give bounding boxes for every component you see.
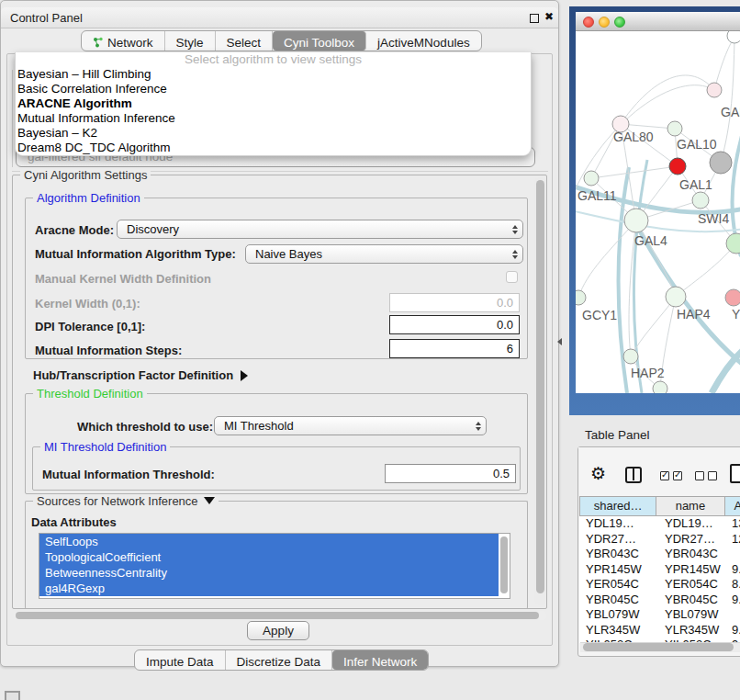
control-panel-titlebar[interactable] (1, 7, 558, 28)
checked-checkbox-icon[interactable] (673, 471, 682, 480)
tab-label: Infer Network (343, 655, 417, 669)
settings-vscrollbar-thumb[interactable] (536, 180, 544, 593)
network-node[interactable] (725, 289, 740, 306)
table-cell: YDR27… (658, 532, 728, 548)
tab-jactivemnodules[interactable]: jActiveMNodules (366, 31, 481, 51)
algorithm-option[interactable]: Dream8 DC_TDC Algorithm (16, 141, 531, 155)
combo-stepper-icon (510, 250, 522, 259)
node-label: GAL4 (634, 233, 667, 248)
settings-hscrollbar-thumb[interactable] (16, 612, 539, 619)
table-cell: 12 (728, 532, 740, 548)
column-header-partial[interactable]: A (725, 496, 740, 516)
which-threshold-value: MI Threshold (215, 419, 473, 433)
combo-stepper-icon (473, 422, 486, 431)
attribute-list-item[interactable]: BetweennessCentrality (39, 565, 499, 581)
network-node[interactable] (624, 209, 648, 232)
network-node[interactable] (623, 349, 638, 364)
column-header-shared-name[interactable]: shared… (579, 496, 656, 516)
column-header-name[interactable]: name (656, 496, 724, 516)
manual-kernel-checkbox[interactable] (506, 271, 518, 283)
table-row[interactable]: YDL19…YDL19…13 (579, 516, 740, 532)
tab-discretize-data[interactable]: Discretize Data (226, 650, 333, 670)
network-node[interactable] (669, 158, 686, 175)
network-window-titlebar[interactable] (576, 12, 740, 31)
tab-cyni-toolbox[interactable]: Cyni Toolbox (273, 31, 366, 51)
gear-icon[interactable]: ⚙ (590, 463, 606, 484)
network-node[interactable] (666, 287, 686, 307)
table-cell: YDL19… (658, 516, 728, 532)
sources-toggle[interactable]: Sources for Network Inference (33, 494, 219, 508)
tab-impute-data[interactable]: Impute Data (135, 650, 226, 670)
network-node[interactable] (710, 152, 732, 174)
attribute-list-item[interactable]: gal4RGexp (39, 581, 499, 596)
aracne-mode-select[interactable]: Discovery (117, 220, 523, 239)
algorithm-option[interactable]: Bayesian – Hill Climbing (16, 67, 531, 82)
group-title: Threshold Definition (33, 387, 147, 401)
table-row[interactable]: YDR27…YDR27…12 (579, 532, 740, 548)
apply-button[interactable]: Apply (247, 621, 309, 640)
table-row[interactable]: YBR045CYBR045C9. (579, 593, 740, 608)
collapsed-panel-icon[interactable] (5, 691, 20, 700)
close-traffic-light-icon[interactable] (583, 17, 594, 28)
dpi-tolerance-input[interactable] (389, 315, 520, 334)
table-cell: 13 (728, 516, 740, 532)
network-canvas[interactable]: GALGAL80GAL10GAL1GAL11SWI4GAL4GCY1HAP4YH… (576, 31, 740, 393)
kernel-width-input[interactable] (389, 293, 520, 312)
table-body[interactable]: YDL19…YDL19…13YDR27…YDR27…12YBR043CYBR04… (579, 516, 740, 643)
attribute-list-item[interactable]: SelfLoops (39, 534, 499, 549)
split-columns-icon[interactable] (625, 467, 642, 483)
table-cell: YBL079W (658, 607, 728, 623)
table-hscrollbar-thumb[interactable] (583, 643, 734, 651)
checked-checkbox-icon[interactable] (660, 471, 669, 480)
algorithm-option[interactable]: Bayesian – K2 (16, 126, 531, 141)
tab-label: jActiveMNodules (377, 36, 470, 50)
tab-select[interactable]: Select (216, 31, 274, 51)
table-row[interactable]: YLR345WYLR345W9. (579, 623, 740, 638)
tab-label: Impute Data (146, 655, 214, 669)
algorithm-option[interactable]: ARACNE Algorithm (16, 96, 531, 111)
data-attributes-list[interactable]: SelfLoopsTopologicalCoefficientBetweenne… (39, 533, 510, 599)
table-row[interactable]: YBR043CYBR043C (579, 547, 740, 562)
table-row[interactable]: YBL079WYBL079W (579, 607, 740, 623)
network-node[interactable] (653, 381, 667, 393)
network-node[interactable] (727, 31, 740, 43)
mi-algorithm-type-select[interactable]: Naive Bayes (245, 244, 523, 264)
network-node[interactable] (707, 83, 722, 97)
tab-style[interactable]: Style (165, 31, 216, 51)
close-icon[interactable]: ✖ (544, 10, 554, 23)
float-window-icon[interactable] (530, 14, 539, 23)
network-node[interactable] (584, 171, 599, 186)
table-row[interactable]: YPR145WYPR145W9. (579, 562, 740, 578)
control-panel-tabbar: Network Style Select Cyni Toolbox jActiv… (81, 30, 482, 51)
zoom-traffic-light-icon[interactable] (614, 17, 625, 28)
network-node[interactable] (726, 233, 740, 254)
tab-network[interactable]: Network (82, 31, 165, 51)
mi-steps-input[interactable] (389, 339, 520, 358)
network-node[interactable] (667, 121, 682, 136)
mi-algorithm-type-label: Mutual Information Algorithm Type: (35, 247, 236, 261)
attribute-list-item[interactable]: TopologicalCoefficient (39, 549, 499, 565)
table-cell: YLR345W (658, 623, 728, 638)
minimize-traffic-light-icon[interactable] (599, 17, 610, 28)
screen: Control Panel ✖ Network Style Select Cyn… (0, 0, 740, 700)
hub-definition-toggle[interactable]: Hub/Transcription Factor Definition (33, 368, 248, 382)
new-table-icon[interactable] (730, 464, 740, 483)
mi-threshold-input[interactable] (385, 464, 516, 483)
dropdown-options: Bayesian – Hill ClimbingBasic Correlatio… (16, 67, 531, 155)
which-threshold-select[interactable]: MI Threshold (214, 416, 487, 435)
attributes-scrollbar-thumb[interactable] (500, 536, 508, 593)
table-cell: YDR27… (579, 532, 658, 548)
panel-splitter-collapse-icon[interactable] (557, 338, 562, 345)
algorithm-option[interactable]: Basic Correlation Inference (16, 82, 531, 96)
network-node[interactable] (692, 192, 709, 209)
divider (12, 70, 13, 167)
node-label: GAL (721, 105, 740, 119)
table-panel-title: Table Panel (585, 428, 650, 442)
unchecked-checkbox-icon[interactable] (708, 471, 717, 480)
table-row[interactable]: YER054CYER054C8. (579, 577, 740, 593)
aracne-mode-value: Discovery (118, 222, 510, 236)
network-node[interactable] (576, 290, 586, 305)
algorithm-option[interactable]: Mutual Information Inference (16, 111, 531, 126)
tab-infer-network[interactable]: Infer Network (332, 650, 428, 670)
unchecked-checkbox-icon[interactable] (695, 471, 704, 480)
